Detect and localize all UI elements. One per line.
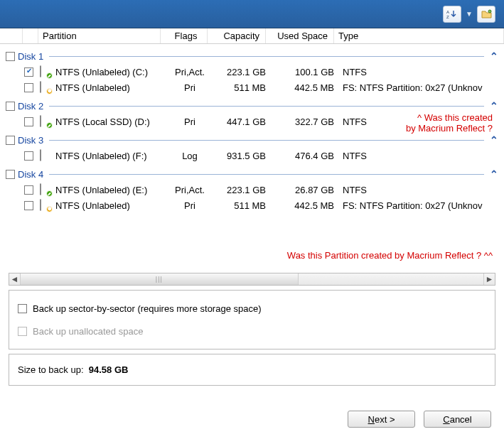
sort-dropdown-arrow[interactable]: ▼: [466, 10, 473, 18]
chevron-up-icon[interactable]: ⌃: [490, 168, 498, 180]
svg-point-2: [488, 10, 491, 13]
row-checkbox[interactable]: [24, 201, 33, 210]
cell-capacity: 931.5 GB: [213, 151, 272, 161]
disk-label: Disk 3: [18, 135, 43, 146]
footer-buttons: Next > Cancel: [348, 411, 491, 428]
annotation-1: ^ Was this createdby Macrium Reflect ?: [406, 112, 493, 134]
svg-text:Z: Z: [446, 15, 449, 19]
cell-flags: Pri,Act.: [166, 67, 213, 77]
horizontal-scrollbar[interactable]: ◄ ||| ►: [9, 273, 495, 286]
row-checkbox[interactable]: [24, 67, 33, 77]
cell-partition: NTFS (Unlabeled) (F:): [55, 151, 166, 161]
option-unallocated: Back up unallocated space: [18, 323, 486, 339]
rule: [49, 106, 484, 107]
disk-checkbox[interactable]: [6, 102, 15, 111]
disk-header[interactable]: Disk 2⌃: [6, 98, 498, 114]
options-panel: Back up sector-by-sector (requires more …: [9, 290, 495, 349]
cell-used: 100.1 GB: [272, 67, 340, 77]
partition-list: Disk 1⌃NTFS (Unlabeled) (C:)Pri,Act.223.…: [0, 44, 504, 270]
cell-used: 442.5 MB: [272, 200, 340, 211]
drive-icon: [40, 66, 51, 77]
cell-used: 476.4 GB: [272, 151, 340, 161]
drive-icon: [40, 116, 51, 127]
partition-row[interactable]: NTFS (Unlabeled) (C:)Pri,Act.223.1 GB100…: [6, 64, 498, 80]
col-flags[interactable]: Flags: [161, 28, 208, 43]
cell-used: 442.5 MB: [272, 82, 340, 93]
size-label: Size to back up:: [18, 364, 84, 375]
disk-label: Disk 1: [18, 51, 43, 62]
cell-used: 26.87 GB: [272, 185, 340, 195]
annotation-2: Was this Partition created by Macrium Re…: [287, 250, 493, 261]
cell-partition: NTFS (Unlabeled) (E:): [55, 185, 166, 195]
scroll-left-icon[interactable]: ◄: [9, 273, 21, 285]
cell-capacity: 511 MB: [213, 200, 272, 211]
scroll-right-icon[interactable]: ►: [483, 273, 495, 285]
checkbox-icon: [18, 327, 27, 336]
partition-row[interactable]: NTFS (Unlabeled)Pri511 MB442.5 MBFS: NTF…: [6, 80, 498, 95]
cell-partition: NTFS (Unlabeled): [55, 200, 166, 211]
disk-label: Disk 4: [18, 169, 43, 180]
svg-text:A: A: [446, 10, 449, 14]
disk-checkbox[interactable]: [6, 52, 15, 61]
cell-used: 322.7 GB: [272, 116, 340, 127]
checkbox-icon[interactable]: [18, 304, 27, 313]
row-checkbox[interactable]: [24, 83, 33, 92]
col-partition[interactable]: Partition: [38, 28, 161, 43]
col-capacity[interactable]: Capacity: [208, 28, 266, 43]
col-checkbox[interactable]: [7, 28, 23, 43]
option-label: Back up unallocated space: [33, 326, 143, 337]
cell-type: NTFS: [340, 151, 498, 161]
option-label: Back up sector-by-sector (requires more …: [33, 303, 262, 314]
drive-icon: [40, 82, 51, 93]
partition-row[interactable]: NTFS (Unlabeled) (F:)Log931.5 GB476.4 GB…: [6, 148, 498, 163]
cell-flags: Pri,Act.: [166, 185, 213, 195]
chevron-up-icon[interactable]: ⌃: [490, 134, 498, 146]
next-button[interactable]: Next >: [348, 411, 415, 428]
disk-header[interactable]: Disk 1⌃: [6, 48, 498, 64]
disk-header[interactable]: Disk 4⌃: [6, 166, 498, 182]
column-headers: Partition Flags Capacity Used Space Type: [0, 28, 504, 44]
cell-flags: Pri: [166, 116, 213, 127]
disk-checkbox[interactable]: [6, 136, 15, 145]
folder-icon: [481, 9, 492, 18]
cell-capacity: 223.1 GB: [213, 185, 272, 195]
chevron-up-icon[interactable]: ⌃: [490, 100, 498, 112]
chevron-up-icon[interactable]: ⌃: [490, 50, 498, 62]
row-checkbox[interactable]: [24, 117, 33, 126]
cell-capacity: 447.1 GB: [213, 116, 272, 127]
col-used[interactable]: Used Space: [266, 28, 334, 43]
partition-row[interactable]: NTFS (Unlabeled)Pri511 MB442.5 MBFS: NTF…: [6, 197, 498, 213]
toolbar: A Z ▼: [0, 0, 504, 28]
cell-partition: NTFS (Unlabeled) (C:): [55, 67, 166, 77]
col-type[interactable]: Type: [334, 28, 504, 43]
col-icon[interactable]: [23, 28, 38, 43]
rule: [49, 140, 484, 141]
disk-header[interactable]: Disk 3⌃: [6, 132, 498, 148]
scroll-thumb[interactable]: |||: [21, 273, 299, 285]
cancel-button[interactable]: Cancel: [424, 411, 491, 428]
cell-type: NTFS: [340, 67, 498, 77]
partition-row[interactable]: NTFS (Unlabeled) (E:)Pri,Act.223.1 GB26.…: [6, 182, 498, 197]
cell-capacity: 223.1 GB: [213, 67, 272, 77]
cell-partition: NTFS (Local SSD) (D:): [55, 116, 166, 127]
row-checkbox[interactable]: [24, 185, 33, 195]
option-sector-by-sector[interactable]: Back up sector-by-sector (requires more …: [18, 300, 486, 316]
rule: [49, 56, 484, 57]
dialog-window: A Z ▼ Partition Flags Capacity Used Spac…: [0, 0, 504, 439]
cell-flags: Pri: [166, 82, 213, 93]
cell-type: FS: NTFS Partition: 0x27 (Unknov: [340, 82, 498, 93]
cell-partition: NTFS (Unlabeled): [55, 82, 166, 93]
folder-button[interactable]: [477, 6, 495, 23]
row-checkbox[interactable]: [24, 151, 33, 161]
cell-type: FS: NTFS Partition: 0x27 (Unknov: [340, 200, 498, 211]
scroll-track[interactable]: |||: [21, 273, 483, 285]
drive-icon: [40, 150, 51, 161]
cell-flags: Pri: [166, 200, 213, 211]
cell-capacity: 511 MB: [213, 82, 272, 93]
sort-button[interactable]: A Z: [443, 6, 461, 23]
rule: [49, 174, 484, 175]
cell-type: NTFS: [340, 185, 498, 195]
disk-checkbox[interactable]: [6, 170, 15, 179]
size-panel: Size to back up: 94.58 GB: [9, 354, 495, 386]
disk-label: Disk 2: [18, 101, 43, 112]
